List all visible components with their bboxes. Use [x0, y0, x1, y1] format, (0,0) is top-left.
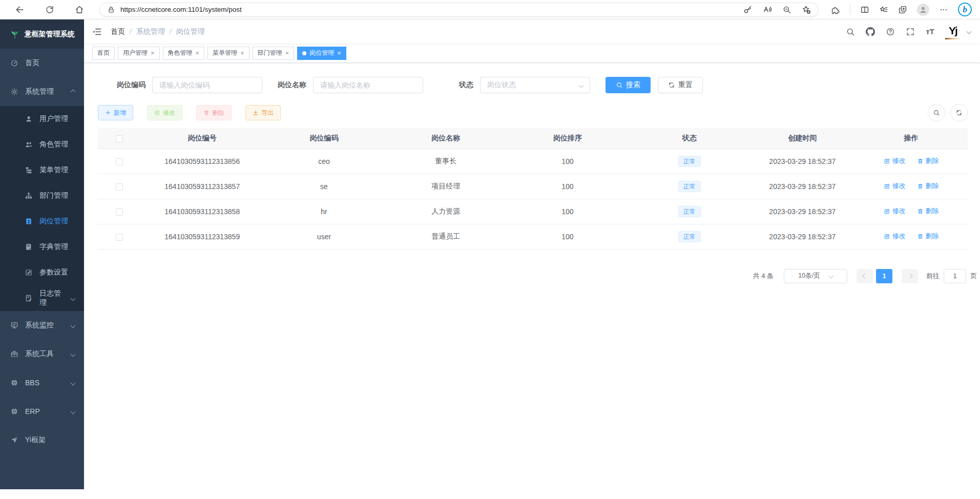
row-edit-link[interactable]: 修改	[884, 206, 906, 216]
url-text[interactable]: https://ccnetcore.com:1101/system/post	[120, 6, 743, 13]
page-size-select[interactable]: 10条/页	[784, 269, 847, 283]
help-icon[interactable]	[886, 27, 895, 36]
trash-icon	[917, 183, 924, 190]
split-screen-icon[interactable]	[860, 5, 869, 14]
sidebar-item-dept-mgmt[interactable]: 部门管理	[0, 183, 84, 209]
tab-dept-mgmt[interactable]: 部门管理 ×	[253, 47, 295, 60]
close-icon[interactable]: ×	[196, 50, 200, 56]
home-icon[interactable]	[71, 2, 88, 17]
row-edit-link[interactable]: 修改	[884, 156, 906, 165]
tab-home[interactable]: 首页	[92, 47, 115, 60]
dictionary-icon	[25, 243, 33, 251]
export-button[interactable]: 导出	[245, 105, 281, 120]
sidebar-item-role-mgmt[interactable]: 角色管理	[0, 132, 84, 157]
zoom-out-icon[interactable]	[782, 5, 791, 14]
sidebar-item-menu-mgmt[interactable]: 菜单管理	[0, 157, 84, 183]
column-header: 岗位名称	[385, 128, 507, 149]
row-checkbox[interactable]	[116, 183, 123, 191]
collections-add-icon[interactable]	[898, 5, 907, 14]
sidebar-item-system-monitor[interactable]: 系统监控	[0, 311, 84, 340]
delete-button[interactable]: 删除	[196, 105, 232, 120]
row-checkbox[interactable]	[116, 209, 123, 216]
search-toggle-button[interactable]	[928, 104, 945, 121]
avatar[interactable]: Yj	[945, 24, 961, 39]
more-icon[interactable]	[939, 5, 948, 14]
chevron-down-icon	[828, 274, 833, 279]
back-icon[interactable]	[11, 2, 29, 17]
post-name-input[interactable]	[313, 77, 423, 93]
current-page-button[interactable]: 1	[876, 269, 892, 283]
sidebar-item-system-mgmt[interactable]: 系统管理	[0, 77, 84, 106]
row-delete-link[interactable]: 删除	[917, 156, 939, 165]
github-icon[interactable]	[866, 27, 875, 36]
cell-created-time: 2023-03-29 18:52:37	[750, 199, 854, 224]
table-row[interactable]: 1641030593112313858 hr 人力资源 100 正常 2023-…	[98, 199, 968, 224]
tab-post-mgmt[interactable]: 岗位管理 ×	[297, 47, 346, 60]
select-all-checkbox[interactable]	[116, 135, 123, 142]
key-icon[interactable]	[743, 5, 753, 14]
row-checkbox[interactable]	[116, 234, 123, 241]
next-page-button[interactable]	[902, 269, 918, 283]
search-button[interactable]: 搜索	[606, 77, 651, 93]
lock-icon[interactable]	[107, 6, 115, 14]
row-delete-link[interactable]: 删除	[917, 232, 939, 241]
sidebar-item-dict-mgmt[interactable]: 字典管理	[0, 234, 84, 260]
profile-icon[interactable]	[917, 4, 929, 16]
sidebar-item-log-mgmt[interactable]: 日志管理	[0, 285, 84, 311]
address-bar[interactable]: https://ccnetcore.com:1101/system/post	[99, 3, 819, 17]
row-edit-link[interactable]: 修改	[884, 181, 906, 191]
font-size-icon[interactable]: тT	[926, 27, 934, 36]
favorite-add-icon[interactable]	[802, 5, 811, 14]
cell-created-time: 2023-03-29 18:52:37	[750, 174, 854, 199]
add-button[interactable]: 新增	[98, 105, 133, 120]
table-row[interactable]: 1641030593112313859 user 普通员工 100 正常 202…	[98, 224, 968, 249]
download-icon	[253, 110, 259, 116]
table-row[interactable]: 1641030593112313856 ceo 董事长 100 正常 2023-…	[98, 149, 968, 174]
sidebar-item-home[interactable]: 首页	[0, 49, 84, 77]
favorites-list-icon[interactable]	[879, 5, 888, 14]
prev-page-button[interactable]	[857, 269, 873, 283]
sidebar-item-user-mgmt[interactable]: 用户管理	[0, 106, 84, 132]
tab-user-mgmt[interactable]: 用户管理 ×	[118, 47, 160, 60]
edit-button[interactable]: 修改	[147, 105, 182, 120]
search-icon	[933, 109, 940, 116]
refresh-icon	[955, 109, 963, 116]
row-checkbox[interactable]	[116, 158, 123, 165]
sidebar-collapse-icon[interactable]	[92, 27, 102, 37]
status-select[interactable]: 岗位状态	[480, 77, 590, 93]
refresh-table-button[interactable]	[950, 104, 968, 121]
sidebar-item-param-settings[interactable]: 参数设置	[0, 260, 84, 285]
tab-menu-mgmt[interactable]: 菜单管理 ×	[207, 47, 249, 60]
refresh-icon[interactable]	[41, 2, 58, 17]
row-delete-link[interactable]: 删除	[917, 206, 939, 216]
reset-button-label: 重置	[678, 80, 693, 90]
reset-button[interactable]: 重置	[658, 77, 703, 93]
tab-role-mgmt[interactable]: 角色管理 ×	[163, 47, 205, 60]
sidebar-item-system-tools[interactable]: 系统工具	[0, 340, 84, 368]
goto-label: 前往	[926, 272, 940, 281]
fullscreen-icon[interactable]	[906, 27, 915, 36]
sidebar-item-post-mgmt[interactable]: 岗位管理	[0, 209, 84, 234]
top-navbar: 首页 / 系统管理 / 岗位管理 тT Yj	[84, 19, 980, 44]
close-icon[interactable]: ×	[240, 50, 244, 56]
trash-icon	[917, 158, 924, 164]
breadcrumb-home[interactable]: 首页	[111, 27, 125, 36]
post-code-input[interactable]	[152, 77, 262, 93]
read-aloud-icon[interactable]	[763, 5, 772, 14]
status-badge: 正常	[678, 181, 701, 192]
row-edit-link[interactable]: 修改	[884, 232, 906, 241]
bing-chat-icon[interactable]: b	[958, 3, 972, 16]
log-icon	[25, 294, 33, 302]
extensions-icon[interactable]	[831, 5, 840, 14]
sidebar-item-bbs[interactable]: BBS	[0, 368, 84, 397]
sidebar-item-yi-framework[interactable]: Yi框架	[0, 426, 84, 454]
table-row[interactable]: 1641030593112313857 se 项目经理 100 正常 2023-…	[98, 174, 968, 199]
close-icon[interactable]: ×	[337, 50, 341, 56]
sidebar-item-erp[interactable]: ERP	[0, 397, 84, 426]
close-icon[interactable]: ×	[151, 50, 155, 56]
caret-down-icon[interactable]	[967, 29, 972, 34]
row-delete-link[interactable]: 删除	[917, 181, 939, 191]
search-icon[interactable]	[846, 27, 855, 36]
goto-page-input[interactable]	[944, 269, 966, 283]
close-icon[interactable]: ×	[285, 50, 289, 56]
